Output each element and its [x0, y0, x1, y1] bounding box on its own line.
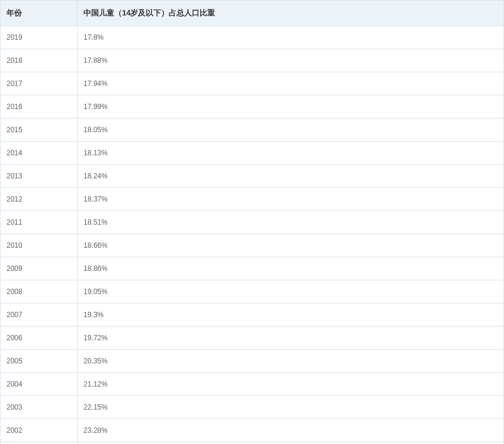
cell-value: 18.66%: [78, 234, 504, 257]
cell-year: 2012: [1, 188, 78, 211]
cell-value: 18.37%: [78, 188, 504, 211]
cell-year: 2003: [1, 396, 78, 419]
table-row: 200421.12%: [1, 373, 504, 396]
cell-value: 17.99%: [78, 95, 504, 119]
cell-year: 2007: [1, 304, 78, 327]
table-row: 200719.3%: [1, 304, 504, 327]
table-row: 200322.15%: [1, 396, 504, 419]
cell-year: 2010: [1, 234, 78, 257]
cell-value: 19.05%: [78, 280, 504, 304]
cell-value: 21.12%: [78, 373, 504, 396]
cell-value: 18.24%: [78, 165, 504, 188]
table-row: 200124.21%: [1, 442, 504, 445]
cell-year: 2011: [1, 211, 78, 234]
cell-year: 2016: [1, 95, 78, 119]
cell-value: 20.35%: [78, 350, 504, 373]
header-year: 年份: [1, 1, 78, 26]
table-row: 201917.8%: [1, 26, 504, 49]
cell-year: 2001: [1, 442, 78, 445]
cell-value: 18.86%: [78, 257, 504, 280]
cell-year: 2018: [1, 49, 78, 72]
data-table: 年份 中国儿童（14岁及以下）占总人口比重 201917.8%201817.88…: [0, 0, 504, 444]
table-row: 201118.51%: [1, 211, 504, 234]
table-row: 201518.05%: [1, 119, 504, 142]
cell-year: 2019: [1, 26, 78, 49]
cell-value: 19.72%: [78, 327, 504, 350]
table-row: 201218.37%: [1, 188, 504, 211]
table-row: 200520.35%: [1, 350, 504, 373]
table-body: 201917.8%201817.88%201717.94%201617.99%2…: [1, 26, 504, 445]
cell-value: 22.15%: [78, 396, 504, 419]
cell-year: 2002: [1, 419, 78, 442]
cell-year: 2013: [1, 165, 78, 188]
cell-year: 2004: [1, 373, 78, 396]
cell-value: 17.8%: [78, 26, 504, 49]
cell-value: 18.05%: [78, 119, 504, 142]
table-row: 201817.88%: [1, 49, 504, 72]
cell-year: 2005: [1, 350, 78, 373]
table-row: 201018.66%: [1, 234, 504, 257]
cell-year: 2008: [1, 280, 78, 304]
cell-value: 17.88%: [78, 49, 504, 72]
table-row: 201717.94%: [1, 72, 504, 95]
table-row: 201318.24%: [1, 165, 504, 188]
cell-year: 2014: [1, 142, 78, 165]
table-header-row: 年份 中国儿童（14岁及以下）占总人口比重: [1, 1, 504, 26]
table-row: 201617.99%: [1, 95, 504, 119]
table-row: 200619.72%: [1, 327, 504, 350]
table-row: 201418.13%: [1, 142, 504, 165]
cell-value: 17.94%: [78, 72, 504, 95]
cell-value: 18.13%: [78, 142, 504, 165]
cell-value: 19.3%: [78, 304, 504, 327]
cell-year: 2009: [1, 257, 78, 280]
cell-year: 2017: [1, 72, 78, 95]
cell-year: 2015: [1, 119, 78, 142]
cell-value: 18.51%: [78, 211, 504, 234]
table-row: 200223.28%: [1, 419, 504, 442]
table-row: 200918.86%: [1, 257, 504, 280]
table-row: 200819.05%: [1, 280, 504, 304]
cell-year: 2006: [1, 327, 78, 350]
cell-value: 23.28%: [78, 419, 504, 442]
cell-value: 24.21%: [78, 442, 504, 445]
header-value: 中国儿童（14岁及以下）占总人口比重: [78, 1, 504, 26]
